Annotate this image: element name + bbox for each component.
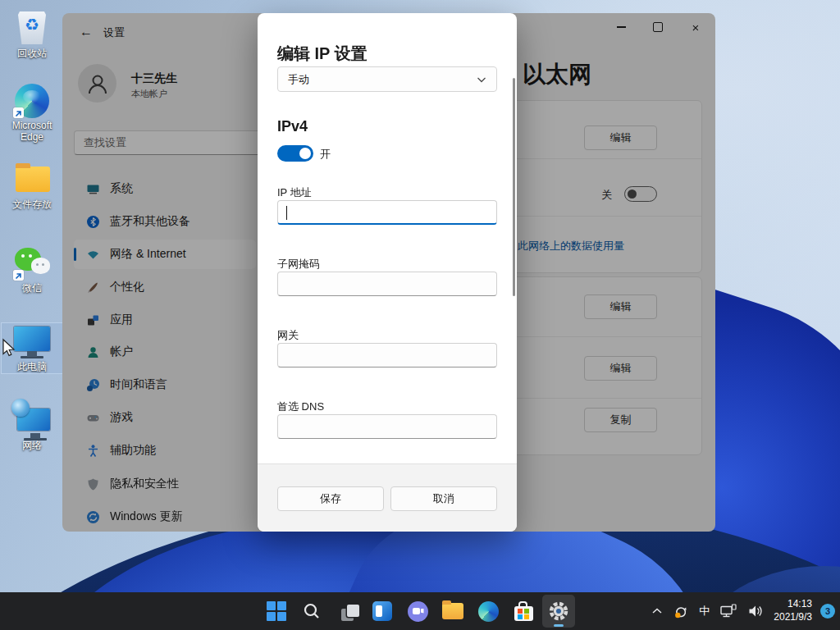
search-button[interactable] <box>295 595 328 628</box>
save-button[interactable]: 保存 <box>277 486 384 511</box>
start-button[interactable] <box>260 595 293 628</box>
tray-time: 14:13 <box>774 598 812 611</box>
tray-chevron-up[interactable] <box>646 595 668 628</box>
desktop-icon-file-folder[interactable]: 文件存放 <box>2 161 62 211</box>
sidebar-item-accessibility[interactable]: 辅助功能 <box>74 436 256 465</box>
desktop-icon-label: 文件存放 <box>2 199 62 211</box>
text-caret <box>286 206 287 220</box>
cancel-button[interactable]: 取消 <box>390 486 497 511</box>
dropdown-selected-value: 手动 <box>288 72 309 87</box>
close-icon: × <box>692 21 700 34</box>
dialog-footer: 保存 取消 <box>258 463 517 532</box>
ipv4-toggle-label: 开 <box>320 147 331 162</box>
store-button[interactable] <box>507 595 540 628</box>
desktop-icon-label: Microsoft Edge <box>2 121 62 144</box>
window-title: 设置 <box>103 25 125 40</box>
file-explorer-icon <box>442 603 463 619</box>
ip-address-label: IP 地址 <box>277 185 312 200</box>
accessibility-icon <box>86 444 100 458</box>
edit-ip-button[interactable]: 编辑 <box>584 126 657 150</box>
back-button[interactable]: ← <box>74 21 98 43</box>
minimize-button[interactable] <box>602 13 640 41</box>
edit-ip-settings-dialog: 编辑 IP 设置 手动 IPv4 开 IP 地址 子网掩码 网关 首选 DNS … <box>258 13 517 532</box>
dialog-title: 编辑 IP 设置 <box>277 43 368 65</box>
person-icon <box>86 72 109 95</box>
sidebar-item-system[interactable]: 系统 <box>74 174 256 203</box>
desktop-icon-edge[interactable]: Microsoft Edge <box>2 82 62 144</box>
task-view-icon <box>334 598 360 624</box>
sidebar-item-label: 时间和语言 <box>110 377 167 392</box>
sidebar-item-label: 应用 <box>110 313 133 327</box>
edge-button[interactable] <box>472 595 504 628</box>
notification-badge[interactable]: 3 <box>820 604 835 619</box>
chat-button[interactable] <box>401 595 434 628</box>
ipv4-heading: IPv4 <box>277 118 308 135</box>
tray-volume[interactable] <box>742 595 769 628</box>
ipv4-toggle[interactable] <box>277 145 313 162</box>
chevron-up-icon <box>651 606 663 616</box>
system-icon <box>86 182 100 196</box>
search-icon <box>302 601 322 621</box>
desktop-icon-recycle-bin[interactable]: ♻ 回收站 <box>2 10 62 60</box>
widgets-button[interactable] <box>366 595 399 628</box>
sidebar-item-accounts[interactable]: 帐户 <box>74 337 256 367</box>
settings-gear-icon <box>548 600 569 622</box>
apps-icon <box>86 313 100 327</box>
sidebar-item-windows-update[interactable]: Windows 更新 <box>74 502 256 532</box>
folder-icon <box>13 162 51 197</box>
gateway-label: 网关 <box>277 328 299 343</box>
sidebar-item-label: 网络 & Internet <box>110 247 186 262</box>
ip-assignment-dropdown[interactable]: 手动 <box>277 66 497 92</box>
sidebar-item-apps[interactable]: 应用 <box>74 305 256 335</box>
desktop-icon-label: 此电脑 <box>2 362 62 373</box>
close-button[interactable]: × <box>677 13 714 41</box>
edit-ip-assignment-button[interactable]: 编辑 <box>584 356 657 381</box>
wechat-icon <box>13 246 51 281</box>
sidebar-item-bluetooth-devices[interactable]: 蓝牙和其他设备 <box>74 207 256 236</box>
desktop-icon-network[interactable]: 网络 <box>2 402 62 452</box>
settings-button-active[interactable] <box>542 595 575 628</box>
sidebar-item-privacy-security[interactable]: 隐私和安全性 <box>74 469 256 499</box>
tray-clock[interactable]: 14:13 2021/9/3 <box>769 598 817 623</box>
chevron-down-icon <box>477 76 486 83</box>
sidebar-item-personalization[interactable]: 个性化 <box>74 272 256 302</box>
edit-dns-button[interactable]: 编辑 <box>584 294 657 319</box>
tray-network[interactable] <box>714 595 742 628</box>
search-placeholder: 查找设置 <box>84 135 126 150</box>
recycle-bin-icon: ♻ <box>13 11 51 46</box>
tray-update-pending[interactable] <box>668 595 694 628</box>
maximize-button[interactable] <box>639 13 677 41</box>
subnet-mask-input[interactable] <box>277 272 497 296</box>
store-icon <box>514 606 533 621</box>
user-name: 十三先生 <box>131 71 177 86</box>
edge-icon <box>478 601 499 622</box>
chat-icon <box>408 601 428 622</box>
file-explorer-button[interactable] <box>436 595 469 628</box>
clock-icon <box>86 378 100 392</box>
desktop-icon-label: 网络 <box>2 441 62 452</box>
gamepad-icon <box>86 411 100 425</box>
sidebar-item-network-internet[interactable]: 网络 & Internet <box>74 240 256 269</box>
sidebar-item-time-language[interactable]: 时间和语言 <box>74 370 256 399</box>
gateway-input[interactable] <box>277 343 497 368</box>
ip-address-input[interactable] <box>277 200 497 225</box>
page-title: 以太网 <box>523 59 591 90</box>
sidebar-item-gaming[interactable]: 游戏 <box>74 403 256 432</box>
task-view-button[interactable] <box>331 595 363 628</box>
network-places-icon <box>13 404 51 438</box>
dialog-scrollbar[interactable] <box>513 78 515 296</box>
metered-connection-toggle[interactable] <box>624 186 657 202</box>
copy-button[interactable]: 复制 <box>584 408 657 432</box>
windows-logo-icon <box>267 601 286 621</box>
desktop-icon-wechat[interactable]: 微信 <box>2 244 62 294</box>
search-input[interactable]: 查找设置 <box>74 130 276 155</box>
sidebar-item-label: 个性化 <box>110 280 144 294</box>
desktop-icon-label: 微信 <box>2 283 62 294</box>
data-usage-link[interactable]: 此网络上的数据使用量 <box>518 239 624 253</box>
shield-icon <box>86 477 100 491</box>
tray-ime-indicator[interactable]: 中 <box>694 595 714 628</box>
avatar[interactable] <box>78 64 116 103</box>
preferred-dns-input[interactable] <box>277 414 497 439</box>
user-account-type: 本地帐户 <box>131 88 167 100</box>
system-tray: 中 14:13 2021/9/3 3 <box>646 592 835 630</box>
